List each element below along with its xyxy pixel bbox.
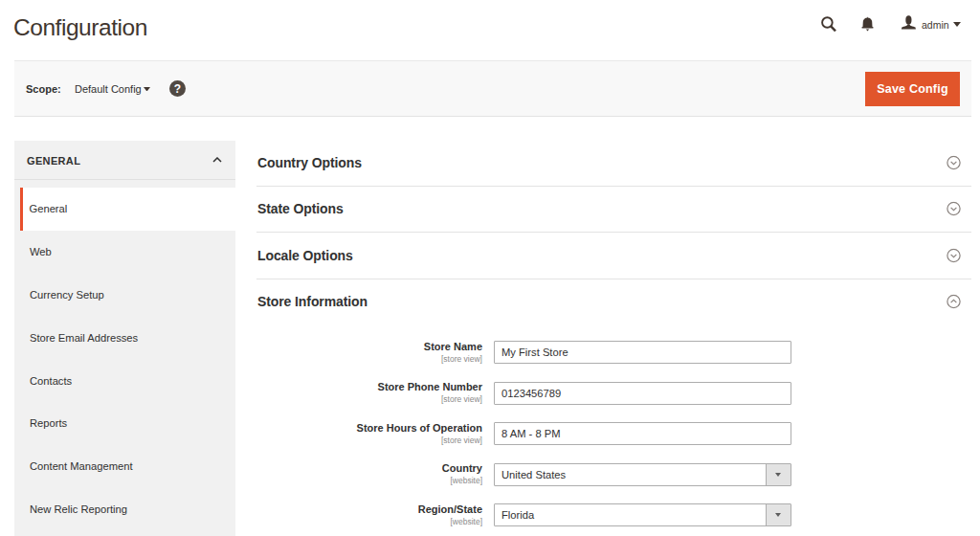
svg-text:?: ? [174, 82, 181, 96]
